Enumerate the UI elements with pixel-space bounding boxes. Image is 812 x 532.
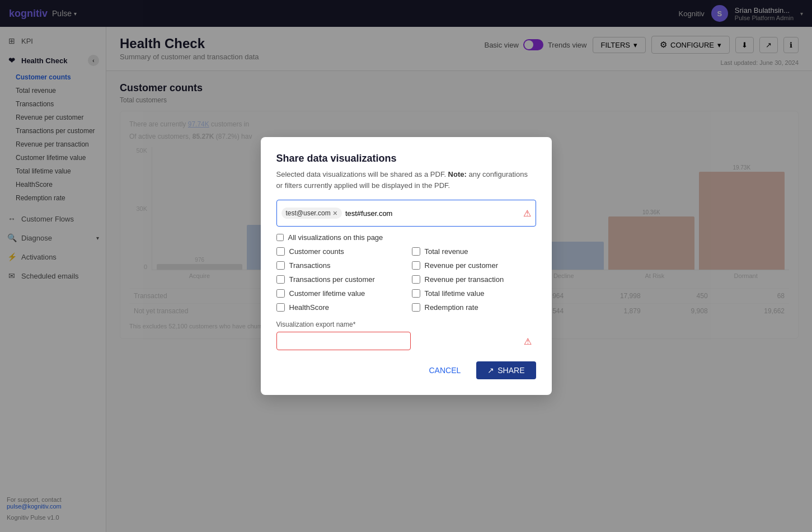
modal-title: Share data visualizations: [276, 153, 536, 164]
export-input-wrapper: ⚠: [276, 332, 536, 350]
export-error-icon: ⚠: [524, 336, 532, 346]
modal-footer: CANCEL ↗ SHARE: [276, 361, 536, 379]
checkbox-redemption-rate[interactable]: [412, 303, 420, 312]
cancel-button[interactable]: CANCEL: [420, 361, 470, 379]
checkbox-transactions-per-customer[interactable]: [276, 275, 285, 284]
email-tag-value: test@user.com: [286, 209, 331, 217]
checkbox-total-revenue-label: Total revenue: [425, 247, 468, 256]
checkbox-total-revenue[interactable]: [412, 247, 420, 256]
checkbox-row-transactions-per-customer: Transactions per customer: [276, 275, 401, 284]
checkbox-customer-lifetime-value[interactable]: [276, 289, 285, 298]
checkbox-all[interactable]: [276, 234, 284, 241]
share-icon-btn: ↗: [487, 366, 494, 375]
export-name-input[interactable]: [276, 332, 411, 350]
checkbox-row-healthscore: HealthScore: [276, 303, 401, 312]
checkbox-redemption-rate-label: Redemption rate: [425, 303, 478, 312]
email-input[interactable]: [345, 209, 520, 218]
checkbox-customer-counts-label: Customer counts: [289, 247, 344, 256]
modal-description: Selected data visualizations will be sha…: [276, 169, 536, 191]
modal-overlay[interactable]: Share data visualizations Selected data …: [0, 0, 812, 532]
checkbox-all-label: All visualizations on this page: [288, 233, 383, 242]
export-name-label: Visualization export name*: [276, 321, 536, 328]
checkbox-total-lifetime-value[interactable]: [412, 289, 420, 298]
checkboxes-section: All visualizations on this page Customer…: [276, 233, 536, 312]
email-tag: test@user.com ×: [281, 208, 342, 219]
email-tag-close-button[interactable]: ×: [333, 209, 337, 217]
checkbox-row-total-lifetime-value: Total lifetime value: [412, 289, 536, 298]
checkbox-grid: Customer counts Total revenue Transactio…: [276, 247, 536, 312]
checkbox-revenue-per-customer-label: Revenue per customer: [425, 261, 499, 270]
checkbox-total-lifetime-value-label: Total lifetime value: [425, 289, 485, 298]
email-error-icon: ⚠: [523, 208, 531, 219]
email-input-area[interactable]: test@user.com × ⚠: [276, 200, 536, 227]
checkbox-row-redemption-rate: Redemption rate: [412, 303, 536, 312]
checkbox-row-transactions: Transactions: [276, 261, 401, 270]
checkbox-row-revenue-per-customer: Revenue per customer: [412, 261, 536, 270]
checkbox-transactions[interactable]: [276, 261, 285, 270]
checkbox-revenue-per-customer[interactable]: [412, 261, 420, 270]
checkbox-customer-lifetime-value-label: Customer lifetime value: [289, 289, 365, 298]
checkbox-row-customer-lifetime-value: Customer lifetime value: [276, 289, 401, 298]
share-label: SHARE: [497, 366, 524, 375]
checkbox-transactions-label: Transactions: [289, 261, 331, 270]
share-submit-button[interactable]: ↗ SHARE: [476, 361, 536, 379]
checkbox-row-revenue-per-transaction: Revenue per transaction: [412, 275, 536, 284]
checkbox-row-customer-counts: Customer counts: [276, 247, 401, 256]
checkbox-row-total-revenue: Total revenue: [412, 247, 536, 256]
checkbox-healthscore[interactable]: [276, 303, 285, 312]
checkbox-transactions-per-customer-label: Transactions per customer: [289, 275, 375, 284]
share-modal: Share data visualizations Selected data …: [261, 137, 552, 395]
checkbox-revenue-per-transaction-label: Revenue per transaction: [425, 275, 504, 284]
checkbox-healthscore-label: HealthScore: [289, 303, 330, 312]
checkbox-revenue-per-transaction[interactable]: [412, 275, 420, 284]
checkbox-customer-counts[interactable]: [276, 247, 285, 256]
checkbox-all-row: All visualizations on this page: [276, 233, 536, 242]
